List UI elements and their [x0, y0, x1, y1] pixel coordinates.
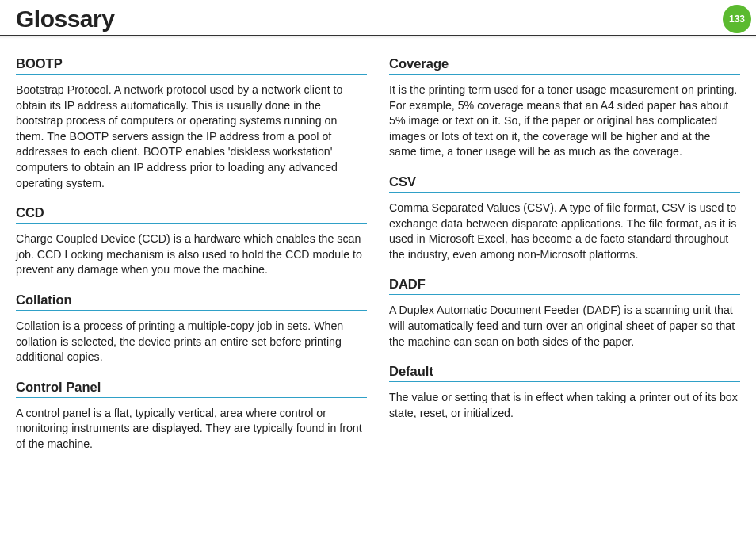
- glossary-definition: A control panel is a flat, typically ver…: [16, 406, 367, 453]
- glossary-term: Default: [389, 364, 740, 379]
- term-underline: [389, 381, 740, 382]
- glossary-term: Control Panel: [16, 380, 367, 395]
- term-underline: [16, 310, 367, 311]
- glossary-term: CCD: [16, 205, 367, 220]
- term-underline: [16, 397, 367, 398]
- term-underline: [389, 192, 740, 193]
- glossary-definition: Comma Separated Values (CSV). A type of …: [389, 201, 740, 262]
- glossary-definition: The value or setting that is in effect w…: [389, 390, 740, 421]
- glossary-columns: BOOTP Bootstrap Protocol. A network prot…: [0, 39, 756, 453]
- glossary-definition: A Duplex Automatic Document Feeder (DADF…: [389, 303, 740, 350]
- glossary-term: DADF: [389, 277, 740, 292]
- glossary-definition: Bootstrap Protocol. A network protocol u…: [16, 82, 367, 191]
- page-number-badge: 133: [723, 5, 751, 33]
- glossary-term: BOOTP: [16, 56, 367, 71]
- page-header: Glossary 133: [0, 0, 756, 33]
- right-column: Coverage It is the printing term used fo…: [389, 56, 740, 453]
- term-underline: [16, 223, 367, 224]
- glossary-term: CSV: [389, 174, 740, 189]
- page-number: 133: [729, 13, 745, 25]
- page-title: Glossary: [0, 6, 114, 32]
- term-underline: [389, 294, 740, 295]
- left-column: BOOTP Bootstrap Protocol. A network prot…: [16, 56, 367, 453]
- term-underline: [389, 74, 740, 75]
- term-underline: [16, 74, 367, 75]
- glossary-definition: Charge Coupled Device (CCD) is a hardwar…: [16, 231, 367, 278]
- glossary-term: Collation: [16, 292, 367, 308]
- glossary-term: Coverage: [389, 56, 740, 71]
- glossary-definition: Collation is a process of printing a mul…: [16, 319, 367, 365]
- glossary-definition: It is the printing term used for a toner…: [389, 82, 740, 160]
